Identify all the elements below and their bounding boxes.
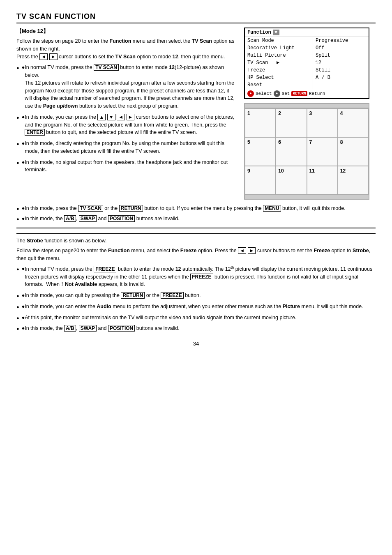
main-bullet-list: ● In normal TV mode, press the TV SCAN b… <box>16 64 236 174</box>
strobe-bullet-5: ● In this mode, the A/B, SWAP and POSITI… <box>16 325 376 332</box>
strobe-bullet-4-text: At this point, the monitor out terminals… <box>25 314 296 322</box>
strobe-bullet-1: ● In normal TV mode, press the FREEZE bu… <box>16 265 376 288</box>
strobe-section: The Strobe function is shown as below. F… <box>16 233 376 333</box>
bullet-2: ● In this mode, you can press the ▲ ▼ ◄ … <box>16 113 236 136</box>
left-column: 【Mode 12】 Follow the steps on page 20 to… <box>16 28 236 200</box>
page-number: 34 <box>16 341 376 347</box>
grid-cell-7: 7 <box>307 137 338 166</box>
grid-cell-1: 1 <box>245 108 276 137</box>
menu-row-multi: Multi Picture Split <box>245 52 369 59</box>
bottom-bullet-marker-1: ● <box>22 205 25 212</box>
menu-label-decorative: Decorative Light <box>245 44 313 52</box>
strobe-heading: The Strobe function is shown as below. <box>16 237 376 245</box>
menu-table: Scan Mode Progressive Decorative Light O… <box>245 37 369 89</box>
grid-cell-10: 10 <box>276 166 307 195</box>
bullet-marker-4: ● <box>22 159 25 166</box>
section-divider <box>16 228 376 228</box>
menu-box: Function ▼ Scan Mode Progressive Decorat… <box>244 28 369 99</box>
bullet-4-text: In this mode, no signal output from the … <box>25 159 236 174</box>
grid-cell-5: 5 <box>245 137 276 166</box>
strobe-bullet-5-text: In this mode, the A/B, SWAP and POSITION… <box>25 325 179 332</box>
menu-label-freeze: Freeze <box>245 67 313 74</box>
bullet-1: ● In normal TV mode, press the TV SCAN b… <box>16 64 236 110</box>
bottom-bullets: ● In this mode, press the TV SCAN or the… <box>16 205 376 223</box>
menu-value-scan-mode: Progressive <box>313 37 369 44</box>
menu-row-reset: Reset <box>245 81 369 89</box>
menu-footer: ● Select ● Set RETURN Return <box>245 89 369 98</box>
bullet-4: ● In this mode, no signal output from th… <box>16 159 236 174</box>
strobe-intro-text: Follow the steps on page20 to enter the … <box>16 247 376 263</box>
menu-value-reset <box>313 81 369 89</box>
menu-label-scan-mode: Scan Mode <box>245 37 313 44</box>
bottom-bullet-marker-2: ● <box>22 215 25 223</box>
strobe-bullet-2: ● In this mode, you can quit by pressing… <box>16 292 376 299</box>
grid-cell-8: 8 <box>338 137 369 166</box>
menu-value-tv-scan: 12 <box>313 59 369 67</box>
menu-row-freeze: Freeze Still <box>245 67 369 74</box>
picture-grid: 1 2 3 4 5 6 7 8 9 10 11 12 <box>244 103 369 200</box>
strobe-marker-2: ● <box>22 292 25 299</box>
strobe-bullet-2-text: In this mode, you can quit by pressing t… <box>25 292 201 299</box>
grid-cell-3: 3 <box>307 108 338 137</box>
grid-cell-11: 11 <box>307 166 338 195</box>
bullet-1-text: In normal TV mode, press the TV SCAN but… <box>25 64 236 110</box>
menu-label-multi: Multi Picture <box>245 52 313 59</box>
menu-row-tv-scan: TV Scan ► 12 <box>245 59 369 67</box>
return-btn-icon: RETURN <box>291 91 307 96</box>
set-circle-icon: ● <box>274 90 280 97</box>
page-title: TV SCAN FUNCTION <box>16 12 376 23</box>
menu-value-hp-select: A / B <box>313 74 369 81</box>
grid-top-bar <box>245 104 369 108</box>
set-label: Set <box>282 91 290 96</box>
bottom-bullet-1-text: In this mode, press the TV SCAN or the R… <box>25 205 345 212</box>
strobe-bullet-1-text: In normal TV mode, press the FREEZE butt… <box>25 265 376 288</box>
bullet-3: ● In this mode, directly entering the pr… <box>16 140 236 155</box>
grid-bottom-bar <box>245 195 369 199</box>
strobe-marker-4: ● <box>22 314 25 322</box>
bottom-bullet-2: ● In this mode, the A/B, SWAP and POSITI… <box>16 215 376 223</box>
menu-label-hp-select: HP Select <box>245 74 313 81</box>
mode-header: 【Mode 12】 <box>16 28 236 35</box>
dropdown-arrow-icon: ▼ <box>273 30 279 35</box>
menu-row-decorative: Decorative Light Off <box>245 44 369 52</box>
bullet-marker: ● <box>22 64 25 71</box>
grid-cell-4: 4 <box>338 108 369 137</box>
strobe-bullet-3-text: In this mode, you can enter the Audio me… <box>25 303 363 311</box>
strobe-bullet-list: ● In normal TV mode, press the FREEZE bu… <box>16 265 376 332</box>
grid-cell-9: 9 <box>245 166 276 195</box>
right-column: Function ▼ Scan Mode Progressive Decorat… <box>244 28 376 200</box>
grid-cell-2: 2 <box>276 108 307 137</box>
menu-value-multi: Split <box>313 52 369 59</box>
menu-row-scan-mode: Scan Mode Progressive <box>245 37 369 44</box>
menu-header: Function ▼ <box>245 28 369 37</box>
menu-value-freeze: Still <box>313 67 369 74</box>
tv-scan-arrow-icon: ► <box>277 60 279 66</box>
grid-cell-6: 6 <box>276 137 307 166</box>
bullet-3-text: In this mode, directly entering the prog… <box>25 140 236 155</box>
bottom-bullet-list: ● In this mode, press the TV SCAN or the… <box>16 205 376 223</box>
select-label: Select <box>256 91 272 96</box>
strobe-marker-3: ● <box>22 303 25 311</box>
bullet-marker-3: ● <box>22 140 25 147</box>
strobe-bullet-4: ● At this point, the monitor out termina… <box>16 314 376 322</box>
tv-scan-text: TV Scan <box>247 60 268 66</box>
menu-label-tv-scan: TV Scan ► <box>245 59 282 67</box>
grid-cell-12: 12 <box>338 166 369 195</box>
strobe-marker-5: ● <box>22 325 25 332</box>
return-label: Return <box>309 91 325 96</box>
grid-cells: 1 2 3 4 5 6 7 8 9 10 11 12 <box>245 108 369 195</box>
bottom-bullet-1: ● In this mode, press the TV SCAN or the… <box>16 205 376 212</box>
menu-row-hp-select: HP Select A / B <box>245 74 369 81</box>
intro-paragraph: Follow the steps on page 20 to enter the… <box>16 37 236 60</box>
menu-value-decorative: Off <box>313 44 369 52</box>
menu-label-reset: Reset <box>245 81 313 89</box>
strobe-bullet-3: ● In this mode, you can enter the Audio … <box>16 303 376 311</box>
select-circle-icon: ● <box>247 90 254 97</box>
bottom-bullet-2-text: In this mode, the A/B, SWAP and POSITION… <box>25 215 179 223</box>
menu-title: Function <box>247 30 271 35</box>
bullet-marker-2: ● <box>22 113 25 121</box>
strobe-marker-1: ● <box>22 265 25 273</box>
bullet-2-text: In this mode, you can press the ▲ ▼ ◄ ► … <box>25 113 236 136</box>
